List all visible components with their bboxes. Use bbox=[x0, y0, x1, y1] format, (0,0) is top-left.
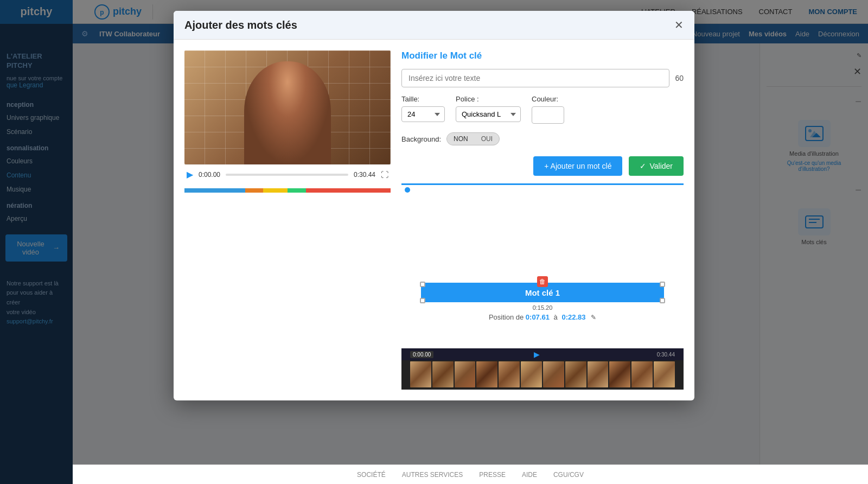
footer-cgu[interactable]: CGU/CGV bbox=[553, 471, 584, 479]
fullscreen-button[interactable]: ⛶ bbox=[381, 170, 388, 179]
film-frame-11 bbox=[631, 361, 653, 387]
keyword-text-row: 60 bbox=[401, 69, 684, 87]
timeline-colorbar bbox=[184, 188, 391, 193]
footer-societe[interactable]: SOCIÉTÉ bbox=[357, 471, 386, 479]
keyword-position: Position de 0:07.61 à 0:22.83 ✎ bbox=[410, 313, 675, 321]
video-frame bbox=[184, 50, 391, 164]
validate-checkmark: ✓ bbox=[640, 162, 646, 170]
keyword-center-time: 0:15.20 bbox=[410, 304, 675, 311]
film-frame-12 bbox=[654, 361, 675, 387]
modal-header: Ajouter des mots clés ✕ bbox=[174, 11, 694, 40]
video-person bbox=[244, 61, 331, 164]
color-group: Couleur: bbox=[532, 95, 564, 124]
film-frame-7 bbox=[543, 361, 564, 387]
size-select[interactable]: 24 18 30 36 bbox=[401, 106, 445, 122]
footer-presse[interactable]: PRESSE bbox=[479, 471, 506, 479]
char-count: 60 bbox=[675, 74, 684, 82]
timeline-area: 🗑 Mot clé 1 0:15.20 bbox=[401, 183, 684, 390]
handle-tl[interactable] bbox=[420, 282, 425, 287]
add-keyword-button[interactable]: + Ajouter un mot clé bbox=[533, 156, 622, 176]
editor-title: Modifier le Mot clé bbox=[401, 50, 684, 61]
size-label: Taille: bbox=[401, 95, 445, 103]
filmstrip-container: 0:00.00 ▶ 0:30.44 bbox=[401, 348, 684, 390]
toggle-non[interactable]: NON bbox=[447, 133, 475, 145]
keyword-bg-row: Background: NON OUI bbox=[401, 132, 684, 145]
play-button[interactable]: ▶ bbox=[187, 169, 193, 180]
position-end: 0:22.83 bbox=[561, 313, 585, 321]
size-group: Taille: 24 18 30 36 bbox=[401, 95, 445, 122]
progress-bar[interactable] bbox=[226, 174, 348, 176]
keyword-delete-button[interactable]: 🗑 bbox=[537, 276, 548, 287]
color-picker[interactable] bbox=[532, 106, 564, 124]
video-preview: ▶ 0:00.00 0:30.44 ⛶ bbox=[184, 50, 391, 390]
modal-body: ▶ 0:00.00 0:30.44 ⛶ Modifier le Mot clé bbox=[174, 40, 694, 400]
position-edit-icon[interactable]: ✎ bbox=[591, 314, 596, 321]
keyword-text-input[interactable] bbox=[401, 69, 669, 87]
film-frame-8 bbox=[565, 361, 586, 387]
colorbar-seg3 bbox=[263, 188, 288, 193]
footer-autres[interactable]: AUTRES SERVICES bbox=[402, 471, 463, 479]
color-label: Couleur: bbox=[532, 95, 564, 103]
film-frame-9 bbox=[588, 361, 609, 387]
film-frame-2 bbox=[432, 361, 454, 387]
position-start: 0:07.61 bbox=[526, 313, 550, 321]
modal-title: Ajouter des mots clés bbox=[184, 19, 297, 31]
video-controls: ▶ 0:00.00 0:30.44 ⛶ bbox=[184, 164, 391, 184]
footer: SOCIÉTÉ AUTRES SERVICES PRESSE AIDE CGU/… bbox=[73, 464, 868, 484]
keyword-block-area: 🗑 Mot clé 1 0:15.20 bbox=[401, 283, 684, 321]
keyword-actions: + Ajouter un mot clé ✓ Valider bbox=[401, 156, 684, 176]
handle-bl[interactable] bbox=[420, 298, 425, 303]
handle-br[interactable] bbox=[660, 298, 665, 303]
film-frame-6 bbox=[521, 361, 542, 387]
film-frame-3 bbox=[455, 361, 476, 387]
validate-button[interactable]: ✓ Valider bbox=[629, 156, 684, 176]
time-current: 0:00.00 bbox=[199, 171, 220, 179]
colorbar-seg4 bbox=[288, 188, 306, 193]
handle-tr[interactable] bbox=[660, 282, 665, 287]
filmstrip-playhead[interactable]: ▶ bbox=[534, 350, 540, 359]
filmstrip-frames bbox=[401, 360, 684, 389]
validate-label: Valider bbox=[649, 162, 673, 170]
font-group: Police : Quicksand L Arial Roboto bbox=[456, 95, 521, 122]
filmstrip-time-end: 0:30.44 bbox=[657, 352, 675, 358]
filmstrip-time-start: 0:00.00 bbox=[410, 351, 433, 358]
footer-aide[interactable]: AIDE bbox=[522, 471, 537, 479]
position-sep: à bbox=[554, 313, 558, 321]
time-total: 0:30.44 bbox=[354, 171, 375, 179]
film-frame-1 bbox=[410, 361, 431, 387]
font-label: Police : bbox=[456, 95, 521, 103]
film-frame-4 bbox=[476, 361, 497, 387]
colorbar-seg1 bbox=[184, 188, 245, 193]
modal-add-keywords: Ajouter des mots clés ✕ ▶ 0:00.00 0:30.4… bbox=[174, 11, 694, 400]
modal-close-button[interactable]: ✕ bbox=[674, 18, 684, 31]
font-select[interactable]: Quicksand L Arial Roboto bbox=[456, 106, 521, 122]
position-prefix: Position de bbox=[489, 313, 524, 321]
keyword-block-container: 🗑 Mot clé 1 0:15.20 bbox=[410, 283, 675, 321]
bg-toggle[interactable]: NON OUI bbox=[446, 132, 500, 145]
filmstrip-timeline-bar: 0:00.00 ▶ 0:30.44 bbox=[401, 348, 684, 360]
toggle-oui[interactable]: OUI bbox=[475, 133, 499, 145]
colorbar-seg2 bbox=[245, 188, 264, 193]
keyword-block-label: Mot clé 1 bbox=[525, 288, 560, 297]
bg-label: Background: bbox=[401, 135, 441, 143]
timeline-scrubber[interactable] bbox=[405, 187, 410, 193]
colorbar-seg5 bbox=[306, 188, 330, 193]
keyword-options-row: Taille: 24 18 30 36 Police : Quicksand L… bbox=[401, 95, 684, 124]
keyword-editor: Modifier le Mot clé 60 Taille: 24 18 30 … bbox=[401, 50, 684, 390]
colorbar-seg6 bbox=[330, 188, 391, 193]
film-frame-10 bbox=[609, 361, 630, 387]
film-frame-5 bbox=[499, 361, 520, 387]
